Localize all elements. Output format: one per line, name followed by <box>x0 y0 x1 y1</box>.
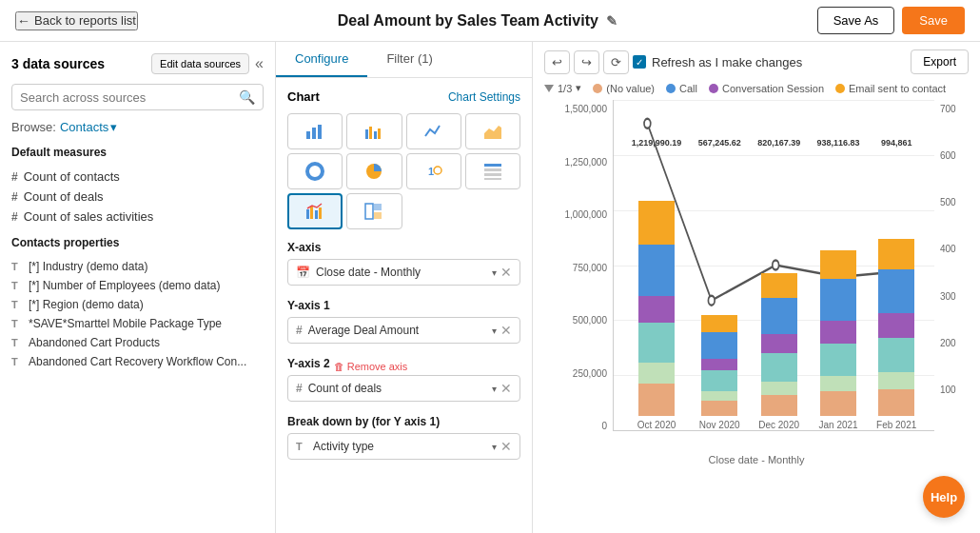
svg-rect-13 <box>484 168 501 171</box>
bar-segment <box>820 344 856 376</box>
y-axis1-clear-icon[interactable]: ✕ <box>500 323 512 338</box>
bar-value-dec: 820,167.39 <box>757 138 800 148</box>
y-left-label: 250,000 <box>573 368 607 379</box>
bars-container: 1,219,990.19 Oct 2020 567, <box>614 100 934 430</box>
collapse-sidebar-button[interactable]: « <box>255 55 264 72</box>
hash-icon: # <box>296 324 303 337</box>
bar-segment <box>701 315 737 332</box>
measure-item-deals[interactable]: # Count of deals <box>11 187 264 207</box>
svg-rect-16 <box>306 209 309 219</box>
prop-item-employees[interactable]: T [*] Number of Employees (demo data) <box>11 276 264 295</box>
chart-type-pivot[interactable] <box>346 193 402 229</box>
y-right-label: 500 <box>940 197 956 207</box>
breakdown-section: Break down by (for Y axis 1) T Activity … <box>287 415 520 460</box>
measure-label-deals: Count of deals <box>24 189 104 204</box>
measure-item-activities[interactable]: # Count of sales activities <box>11 207 264 227</box>
remove-axis-button[interactable]: 🗑 Remove axis <box>334 361 408 372</box>
y-right-label: 400 <box>940 244 956 254</box>
legend-dot-nv <box>593 84 602 93</box>
help-button[interactable]: Help <box>923 476 965 518</box>
properties-list: T [*] Industry (demo data) T [*] Number … <box>11 257 264 371</box>
bar-segment <box>878 269 914 313</box>
bar-group-feb: 994,861 Feb 2021 <box>876 138 916 430</box>
save-as-button[interactable]: Save As <box>817 7 895 34</box>
chart-type-donut[interactable] <box>287 153 343 189</box>
bar-value-jan: 938,116.83 <box>817 138 860 148</box>
chart-type-grouped-bar[interactable] <box>346 113 402 149</box>
measure-item-contacts[interactable]: # Count of contacts <box>11 167 264 187</box>
plot-area: 1,219,990.19 Oct 2020 567, <box>613 100 934 431</box>
prop-label: Abandoned Cart Recovery Workflow Con... <box>29 355 246 368</box>
default-measures-title: Default measures <box>11 146 264 159</box>
bar-group-dec: 820,167.39 Dec 2020 <box>757 138 800 430</box>
refresh-checkbox[interactable]: ✓ <box>633 55 646 69</box>
browse-label: Browse: <box>11 120 56 134</box>
breakdown-value: Activity type <box>313 440 374 453</box>
legend: 1/3 ▾ (No value) Call Conversation Sessi… <box>544 82 969 94</box>
search-input[interactable] <box>20 90 239 105</box>
y-axis1-section: Y-axis 1 # Average Deal Amount ▾ ✕ <box>287 299 520 344</box>
chart-label: Chart <box>287 89 320 104</box>
prop-item-abandoned-cart[interactable]: T Abandoned Cart Products <box>11 333 264 352</box>
svg-rect-12 <box>484 164 501 167</box>
chart-type-line[interactable] <box>406 113 461 149</box>
prop-item-abandoned-workflow[interactable]: T Abandoned Cart Recovery Workflow Con..… <box>11 352 264 371</box>
chart-type-area[interactable] <box>465 113 520 149</box>
bar-segment <box>638 201 675 245</box>
browse-contacts-dropdown[interactable]: Contacts ▾ <box>60 120 117 134</box>
tab-configure[interactable]: Configure <box>276 42 367 77</box>
edit-title-icon[interactable]: ✎ <box>606 13 617 29</box>
undo-button[interactable]: ↩ <box>544 50 570 74</box>
refresh-button[interactable]: ⟳ <box>603 50 629 74</box>
x-axis-title: Close date - Monthly <box>544 454 969 465</box>
prop-type-t: T <box>11 299 23 310</box>
breakdown-select[interactable]: T Activity type ▾ ✕ <box>287 433 520 460</box>
prop-item-industry[interactable]: T [*] Industry (demo data) <box>11 257 264 276</box>
y-left-label: 1,500,000 <box>565 104 608 114</box>
prop-label: Abandoned Cart Products <box>29 336 160 349</box>
svg-rect-1 <box>312 128 316 139</box>
y-axis2-clear-icon[interactable]: ✕ <box>500 381 512 396</box>
chart-type-counter[interactable]: 1 <box>406 153 461 189</box>
x-axis-clear-icon[interactable]: ✕ <box>500 265 512 280</box>
report-title: Deal Amount by Sales Team Activity <box>338 12 598 30</box>
redo-button[interactable]: ↪ <box>574 50 599 74</box>
y-axis-right: 700 600 500 400 300 200 100 <box>934 100 969 452</box>
legend-item-nv: (No value) <box>593 83 655 94</box>
y-axis2-select[interactable]: # Count of deals ▾ ✕ <box>287 375 520 402</box>
edit-sources-button[interactable]: Edit data sources <box>151 53 249 74</box>
trash-icon: 🗑 <box>334 361 344 372</box>
chart-area: ↩ ↪ ⟳ ✓ Refresh as I make changes Export… <box>533 42 980 533</box>
bar-stack-jan <box>820 149 856 416</box>
contacts-properties-title: Contacts properties <box>11 236 264 249</box>
save-button[interactable]: Save <box>902 7 965 34</box>
chart-type-combo[interactable] <box>287 193 343 229</box>
chart-type-bar[interactable] <box>287 113 343 149</box>
breakdown-clear-icon[interactable]: ✕ <box>500 439 512 454</box>
chart-type-table[interactable] <box>465 153 520 189</box>
bar-segment <box>820 376 856 391</box>
legend-triangle-icon <box>544 85 554 92</box>
x-axis-select[interactable]: 📅 Close date - Monthly ▾ ✕ <box>287 259 520 286</box>
sidebar-header: 3 data sources Edit data sources « <box>11 53 264 74</box>
y-axis1-caret-icon: ▾ <box>492 326 497 336</box>
hash-icon: # <box>11 170 18 184</box>
browse-value: Contacts <box>60 120 108 134</box>
svg-rect-6 <box>378 128 381 139</box>
export-button[interactable]: Export <box>911 49 969 74</box>
chart-settings-link[interactable]: Chart Settings <box>448 90 520 104</box>
main-layout: 3 data sources Edit data sources « 🔍 Bro… <box>0 42 980 533</box>
y-left-label: 500,000 <box>573 315 607 326</box>
svg-rect-15 <box>484 178 501 180</box>
svg-rect-3 <box>365 129 368 139</box>
prop-label: *SAVE*Smarttel Mobile Package Type <box>29 317 222 330</box>
bar-segment <box>820 321 856 344</box>
prop-item-package[interactable]: T *SAVE*Smarttel Mobile Package Type <box>11 314 264 333</box>
tab-filter[interactable]: Filter (1) <box>367 42 451 77</box>
prop-item-region[interactable]: T [*] Region (demo data) <box>11 295 264 314</box>
chart-type-pie[interactable] <box>346 153 402 189</box>
x-axis-label: X-axis <box>287 241 520 254</box>
search-icon: 🔍 <box>239 89 255 105</box>
y-axis1-select[interactable]: # Average Deal Amount ▾ ✕ <box>287 317 520 344</box>
back-button[interactable]: ← Back to reports list <box>15 11 138 30</box>
